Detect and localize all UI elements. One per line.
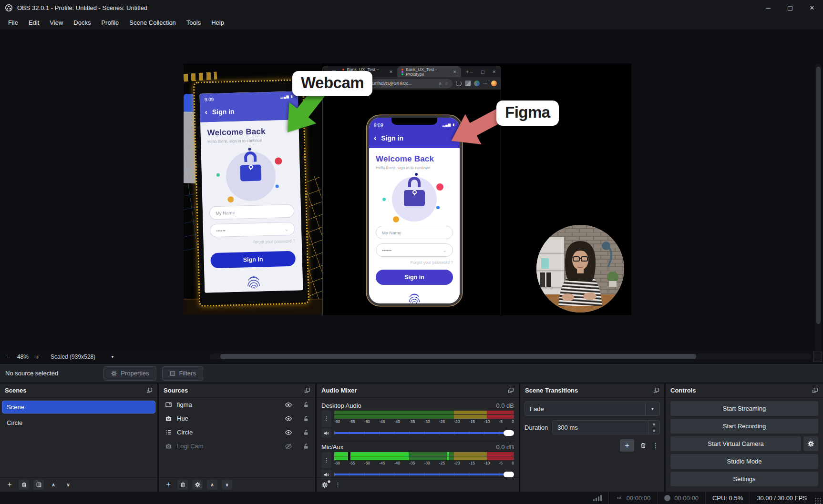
preview-horizontal-scrollbar[interactable] xyxy=(210,354,812,359)
add-transition-button[interactable]: ＋ xyxy=(620,439,634,452)
properties-button[interactable]: Properties xyxy=(103,366,156,381)
source-row-logi-cam[interactable]: Logi Cam xyxy=(159,439,315,453)
browser-menu-icon: ⋯ xyxy=(483,81,488,86)
popout-icon[interactable] xyxy=(508,387,514,393)
menu-docks[interactable]: Docks xyxy=(68,16,96,29)
preview-vertical-scrollbar[interactable] xyxy=(815,64,822,352)
filters-button[interactable]: Filters xyxy=(162,366,203,381)
scene-canvas[interactable]: 9:09 ▂▄▆ ▮ ‹ Sign in Welcome Back xyxy=(184,63,631,315)
zoom-out-button[interactable]: − xyxy=(5,353,12,361)
sync-icon xyxy=(456,81,462,86)
zoom-dropdown-button[interactable]: ▼ xyxy=(107,353,118,361)
source-row-hue[interactable]: Hue xyxy=(159,412,315,425)
mixer-toolbar: ⋮ xyxy=(317,477,519,492)
lock-open-icon[interactable] xyxy=(303,443,309,450)
lock-open-icon[interactable] xyxy=(303,429,309,436)
camera-icon xyxy=(165,443,173,450)
chevron-down-icon: ⌄ xyxy=(443,248,447,253)
virtual-camera-settings-button[interactable] xyxy=(803,436,818,451)
channel-options-button[interactable]: ⋮ xyxy=(321,452,331,468)
menu-help[interactable]: Help xyxy=(206,16,229,29)
phone-clock: 9:09 xyxy=(205,97,214,102)
transition-properties-button[interactable]: ⋮ xyxy=(652,442,659,449)
remove-source-button[interactable] xyxy=(177,480,188,490)
move-source-up-button[interactable]: ∧ xyxy=(207,480,217,490)
titlebar: OBS 32.0.1 - Profile: Untitled - Scenes:… xyxy=(0,0,823,16)
new-tab-icon: ＋ xyxy=(465,68,470,75)
browser-minimize-icon: ─ xyxy=(470,70,473,74)
start-virtual-camera-button[interactable]: Start Virtual Camera xyxy=(670,436,801,451)
duration-decrement-button[interactable]: ∨ xyxy=(648,427,659,434)
volume-slider[interactable] xyxy=(334,430,514,436)
meter-tick-label: -50 xyxy=(364,419,370,424)
minimize-button[interactable]: ─ xyxy=(757,0,779,16)
forgot-password-link: Forgot your password ? xyxy=(376,260,453,265)
menu-tools[interactable]: Tools xyxy=(181,16,206,29)
figma-callout-label: Figma xyxy=(496,101,559,126)
move-source-down-button[interactable]: ∨ xyxy=(222,480,232,490)
scene-item-scene[interactable]: Scene xyxy=(2,401,155,413)
meter-tick-label: -50 xyxy=(364,461,370,465)
volume-slider[interactable] xyxy=(334,471,514,478)
duration-increment-button[interactable]: ∧ xyxy=(648,421,659,427)
window-capture-icon xyxy=(165,401,173,408)
browser-tab-prototype: Bank_UX_Test - Prototype✕ xyxy=(397,66,461,77)
source-row-circle[interactable]: Circle xyxy=(159,425,315,439)
popout-icon[interactable] xyxy=(146,387,153,393)
statusbar: 00:00:00 00:00:00 CPU: 0.5% 30.00 / 30.0… xyxy=(0,492,823,504)
hscroll-thumb[interactable] xyxy=(220,354,696,359)
visibility-eye-icon[interactable] xyxy=(285,415,292,423)
chevron-down-icon[interactable]: ▼ xyxy=(645,402,659,415)
popout-icon[interactable] xyxy=(653,387,659,393)
lock-icon xyxy=(392,177,437,206)
maximize-button[interactable]: ▢ xyxy=(779,0,801,16)
start-recording-button[interactable]: Start Recording xyxy=(670,419,818,433)
studio-mode-button[interactable]: Studio Mode xyxy=(670,454,818,469)
start-streaming-button[interactable]: Start Streaming xyxy=(670,401,818,416)
visibility-eye-icon[interactable] xyxy=(285,429,292,436)
remove-transition-button[interactable] xyxy=(640,442,647,449)
menu-profile[interactable]: Profile xyxy=(96,16,124,29)
scene-item-circle[interactable]: Circle xyxy=(2,416,155,429)
close-button[interactable]: ✕ xyxy=(801,0,823,16)
transition-select[interactable]: Fade ▼ xyxy=(525,402,660,416)
meter-scale: -60-55-50-45-40-35-30-25-20-15-10-50 xyxy=(334,461,514,465)
settings-button[interactable]: Settings xyxy=(670,472,818,486)
meter-tick-label: -25 xyxy=(439,419,445,424)
dock-area: Scenes Scene Circle ＋ ∧ ∨ xyxy=(0,383,823,492)
source-properties-button[interactable] xyxy=(192,480,203,490)
scaled-resolution-label: Scaled (939x528) xyxy=(51,353,95,360)
visibility-eye-off-icon[interactable] xyxy=(285,443,292,450)
add-scene-button[interactable]: ＋ xyxy=(5,480,14,490)
visibility-eye-icon[interactable] xyxy=(285,401,292,409)
move-scene-up-button[interactable]: ∧ xyxy=(48,480,59,490)
filter-icon xyxy=(169,370,176,377)
lock-open-icon[interactable] xyxy=(303,415,309,422)
lock-open-icon[interactable] xyxy=(303,402,309,408)
volume-slider-handle[interactable] xyxy=(504,472,514,477)
controls-header: Controls xyxy=(666,383,823,398)
mixer-channel-desktop-audio: Desktop Audio 0.0 dB ⋮ -60-55-50-45-40-3… xyxy=(321,401,514,438)
popout-icon[interactable] xyxy=(304,387,310,393)
mixer-menu-button[interactable]: ⋮ xyxy=(335,481,341,488)
scene-filters-button[interactable] xyxy=(33,480,44,490)
profile-avatar xyxy=(474,81,480,86)
forgot-password-link: Forgot your password ? xyxy=(210,239,295,246)
move-scene-down-button[interactable]: ∨ xyxy=(63,480,73,490)
source-row-figma[interactable]: figma xyxy=(159,398,315,412)
add-source-button[interactable]: ＋ xyxy=(164,480,173,490)
menu-view[interactable]: View xyxy=(44,16,68,29)
menu-file[interactable]: File xyxy=(3,16,23,29)
meter-tick-label: -20 xyxy=(454,419,460,424)
volume-slider-handle[interactable] xyxy=(504,430,514,436)
popout-icon[interactable] xyxy=(812,387,818,393)
advanced-audio-button[interactable] xyxy=(321,482,328,488)
mute-speaker-button[interactable] xyxy=(321,428,331,438)
duration-spinbox[interactable]: 300 ms ∧ ∨ xyxy=(552,420,660,434)
menu-scene-collection[interactable]: Scene Collection xyxy=(124,16,181,29)
channel-options-button[interactable]: ⋮ xyxy=(321,411,331,427)
zoom-in-button[interactable]: + xyxy=(33,353,41,361)
remove-scene-button[interactable] xyxy=(19,480,29,490)
menu-edit[interactable]: Edit xyxy=(23,16,44,29)
resize-grip[interactable] xyxy=(814,497,821,504)
